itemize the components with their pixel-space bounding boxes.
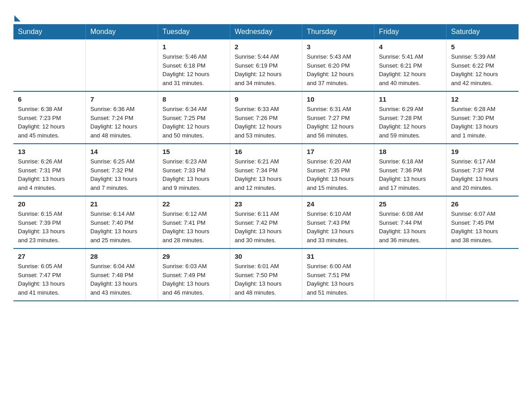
day-number: 21 (90, 200, 153, 208)
day-info: Sunrise: 6:38 AM Sunset: 7:23 PM Dayligh… (18, 105, 81, 140)
header (13, 9, 519, 20)
day-number: 7 (90, 95, 153, 103)
calendar-cell (374, 248, 446, 301)
calendar-cell: 26Sunrise: 6:07 AM Sunset: 7:45 PM Dayli… (446, 196, 519, 248)
calendar-cell: 16Sunrise: 6:21 AM Sunset: 7:34 PM Dayli… (230, 144, 302, 196)
day-number: 11 (379, 95, 442, 103)
day-info: Sunrise: 6:12 AM Sunset: 7:41 PM Dayligh… (163, 210, 225, 244)
day-number: 22 (163, 200, 225, 208)
day-number: 27 (18, 253, 81, 260)
day-info: Sunrise: 6:04 AM Sunset: 7:48 PM Dayligh… (90, 262, 153, 297)
day-number: 2 (235, 43, 297, 51)
calendar-cell: 17Sunrise: 6:20 AM Sunset: 7:35 PM Dayli… (302, 144, 374, 196)
day-number: 10 (307, 95, 369, 103)
day-number: 25 (379, 200, 442, 208)
calendar-cell: 9Sunrise: 6:33 AM Sunset: 7:26 PM Daylig… (230, 91, 302, 144)
header-thursday: Thursday (302, 24, 374, 39)
header-tuesday: Tuesday (158, 24, 230, 39)
day-number: 23 (235, 200, 297, 208)
header-saturday: Saturday (446, 24, 519, 39)
calendar-cell: 3Sunrise: 5:43 AM Sunset: 6:20 PM Daylig… (302, 39, 374, 91)
day-number: 3 (307, 43, 369, 51)
calendar-cell: 28Sunrise: 6:04 AM Sunset: 7:48 PM Dayli… (86, 248, 158, 301)
calendar-cell: 23Sunrise: 6:11 AM Sunset: 7:42 PM Dayli… (230, 196, 302, 248)
day-number: 20 (18, 200, 81, 208)
day-number: 4 (379, 43, 442, 51)
day-number: 19 (451, 148, 514, 155)
day-info: Sunrise: 6:31 AM Sunset: 7:27 PM Dayligh… (307, 105, 369, 140)
calendar-week-row: 27Sunrise: 6:05 AM Sunset: 7:47 PM Dayli… (13, 248, 519, 301)
day-info: Sunrise: 6:03 AM Sunset: 7:49 PM Dayligh… (163, 262, 225, 297)
day-info: Sunrise: 6:00 AM Sunset: 7:51 PM Dayligh… (307, 262, 369, 297)
day-info: Sunrise: 6:10 AM Sunset: 7:43 PM Dayligh… (307, 210, 369, 244)
day-number: 15 (163, 148, 225, 155)
logo-arrow-icon (14, 15, 21, 21)
logo (13, 13, 21, 20)
day-number: 31 (307, 253, 369, 260)
day-info: Sunrise: 5:41 AM Sunset: 6:21 PM Dayligh… (379, 52, 442, 87)
header-friday: Friday (374, 24, 446, 39)
day-number: 13 (18, 148, 81, 155)
day-number: 12 (451, 95, 514, 103)
day-number: 14 (90, 148, 153, 155)
calendar-cell: 13Sunrise: 6:26 AM Sunset: 7:31 PM Dayli… (13, 144, 86, 196)
calendar-cell: 27Sunrise: 6:05 AM Sunset: 7:47 PM Dayli… (13, 248, 86, 301)
calendar-cell: 19Sunrise: 6:17 AM Sunset: 7:37 PM Dayli… (446, 144, 519, 196)
day-info: Sunrise: 5:44 AM Sunset: 6:19 PM Dayligh… (235, 52, 297, 87)
calendar-cell: 20Sunrise: 6:15 AM Sunset: 7:39 PM Dayli… (13, 196, 86, 248)
calendar-cell: 4Sunrise: 5:41 AM Sunset: 6:21 PM Daylig… (374, 39, 446, 91)
day-info: Sunrise: 6:18 AM Sunset: 7:36 PM Dayligh… (379, 157, 442, 192)
day-info: Sunrise: 6:01 AM Sunset: 7:50 PM Dayligh… (235, 262, 297, 297)
header-sunday: Sunday (13, 24, 86, 39)
calendar-cell: 18Sunrise: 6:18 AM Sunset: 7:36 PM Dayli… (374, 144, 446, 196)
calendar-cell: 22Sunrise: 6:12 AM Sunset: 7:41 PM Dayli… (158, 196, 230, 248)
calendar-week-row: 6Sunrise: 6:38 AM Sunset: 7:23 PM Daylig… (13, 91, 519, 144)
day-info: Sunrise: 6:20 AM Sunset: 7:35 PM Dayligh… (307, 157, 369, 192)
day-number: 9 (235, 95, 297, 103)
calendar-cell: 6Sunrise: 6:38 AM Sunset: 7:23 PM Daylig… (13, 91, 86, 144)
calendar-cell: 24Sunrise: 6:10 AM Sunset: 7:43 PM Dayli… (302, 196, 374, 248)
calendar-cell: 1Sunrise: 5:46 AM Sunset: 6:18 PM Daylig… (158, 39, 230, 91)
day-number: 17 (307, 148, 369, 155)
day-number: 26 (451, 200, 514, 208)
calendar-cell: 7Sunrise: 6:36 AM Sunset: 7:24 PM Daylig… (86, 91, 158, 144)
calendar-week-row: 13Sunrise: 6:26 AM Sunset: 7:31 PM Dayli… (13, 144, 519, 196)
day-info: Sunrise: 6:26 AM Sunset: 7:31 PM Dayligh… (18, 157, 81, 192)
day-info: Sunrise: 6:11 AM Sunset: 7:42 PM Dayligh… (235, 210, 297, 244)
day-info: Sunrise: 6:14 AM Sunset: 7:40 PM Dayligh… (90, 210, 153, 244)
calendar-cell: 5Sunrise: 5:39 AM Sunset: 6:22 PM Daylig… (446, 39, 519, 91)
calendar-cell (446, 248, 519, 301)
calendar-week-row: 20Sunrise: 6:15 AM Sunset: 7:39 PM Dayli… (13, 196, 519, 248)
calendar-cell: 10Sunrise: 6:31 AM Sunset: 7:27 PM Dayli… (302, 91, 374, 144)
day-number: 28 (90, 253, 153, 260)
header-wednesday: Wednesday (230, 24, 302, 39)
day-number: 1 (163, 43, 225, 51)
day-info: Sunrise: 6:21 AM Sunset: 7:34 PM Dayligh… (235, 157, 297, 192)
calendar-cell (13, 39, 86, 91)
calendar-header-row: SundayMondayTuesdayWednesdayThursdayFrid… (13, 24, 519, 39)
day-number: 30 (235, 253, 297, 260)
day-info: Sunrise: 6:07 AM Sunset: 7:45 PM Dayligh… (451, 210, 514, 244)
day-info: Sunrise: 6:08 AM Sunset: 7:44 PM Dayligh… (379, 210, 442, 244)
day-number: 6 (18, 95, 81, 103)
day-info: Sunrise: 5:43 AM Sunset: 6:20 PM Dayligh… (307, 52, 369, 87)
calendar-cell: 14Sunrise: 6:25 AM Sunset: 7:32 PM Dayli… (86, 144, 158, 196)
day-info: Sunrise: 6:25 AM Sunset: 7:32 PM Dayligh… (90, 157, 153, 192)
day-info: Sunrise: 6:05 AM Sunset: 7:47 PM Dayligh… (18, 262, 81, 297)
day-number: 5 (451, 43, 514, 51)
day-info: Sunrise: 6:23 AM Sunset: 7:33 PM Dayligh… (163, 157, 225, 192)
calendar-cell: 25Sunrise: 6:08 AM Sunset: 7:44 PM Dayli… (374, 196, 446, 248)
header-monday: Monday (86, 24, 158, 39)
calendar-cell: 15Sunrise: 6:23 AM Sunset: 7:33 PM Dayli… (158, 144, 230, 196)
day-info: Sunrise: 5:46 AM Sunset: 6:18 PM Dayligh… (163, 52, 225, 87)
calendar-cell: 30Sunrise: 6:01 AM Sunset: 7:50 PM Dayli… (230, 248, 302, 301)
day-number: 18 (379, 148, 442, 155)
calendar-cell (86, 39, 158, 91)
day-number: 8 (163, 95, 225, 103)
day-info: Sunrise: 6:36 AM Sunset: 7:24 PM Dayligh… (90, 105, 153, 140)
calendar-table: SundayMondayTuesdayWednesdayThursdayFrid… (13, 24, 519, 301)
day-number: 29 (163, 253, 225, 260)
day-info: Sunrise: 6:28 AM Sunset: 7:30 PM Dayligh… (451, 105, 514, 140)
day-number: 16 (235, 148, 297, 155)
calendar-week-row: 1Sunrise: 5:46 AM Sunset: 6:18 PM Daylig… (13, 39, 519, 91)
